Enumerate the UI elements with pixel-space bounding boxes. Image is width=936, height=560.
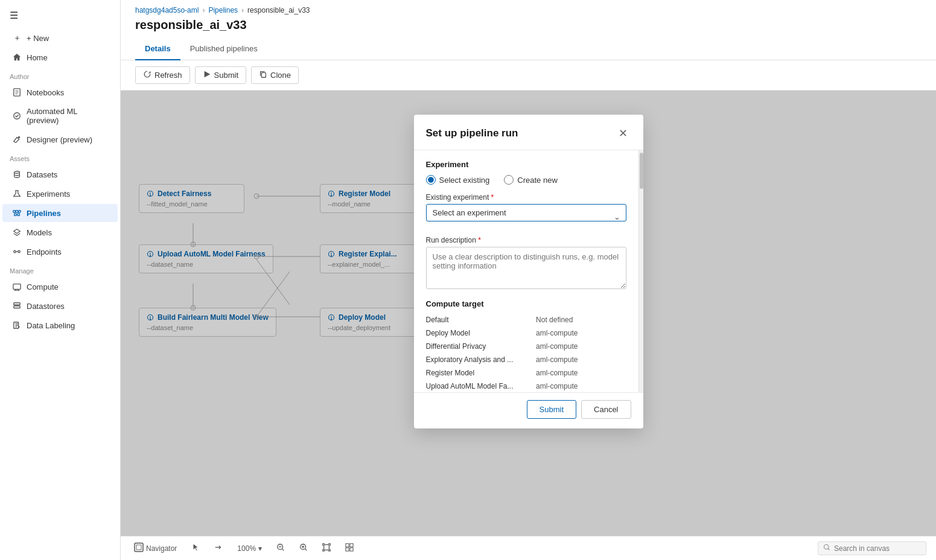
submit-button[interactable]: Submit xyxy=(195,66,246,84)
navigator-button[interactable]: Navigator xyxy=(130,541,180,555)
close-icon: ✕ xyxy=(619,127,628,139)
sidebar-section-author: Author xyxy=(0,67,120,83)
sidebar-item-new[interactable]: ＋ + New xyxy=(2,29,118,47)
tab-published-pipelines[interactable]: Published pipelines xyxy=(180,39,267,60)
zoom-out-button[interactable] xyxy=(273,542,288,555)
experiments-icon xyxy=(12,189,22,199)
sidebar-item-datasets[interactable]: Datasets xyxy=(2,165,118,183)
experiment-select[interactable]: Select an experiment xyxy=(426,204,626,221)
run-description-required: * xyxy=(478,236,481,244)
radio-create-new-label: Create new xyxy=(517,176,557,185)
navigator-icon xyxy=(134,542,144,554)
submit-label: Submit xyxy=(214,71,238,80)
existing-experiment-label: Existing experiment * xyxy=(426,193,626,202)
setup-pipeline-modal: Set up pipeline run ✕ Experiment Select xyxy=(414,115,643,428)
breadcrumb-section[interactable]: Pipelines xyxy=(208,6,238,14)
fit-view-icon xyxy=(322,543,331,553)
modal-overlay: Set up pipeline run ✕ Experiment Select xyxy=(121,91,936,536)
experiment-section-label: Experiment xyxy=(426,160,626,169)
datasets-icon xyxy=(12,170,22,179)
search-canvas-container xyxy=(818,541,926,555)
toolbar: Refresh Submit Clone xyxy=(121,60,936,91)
datastores-icon xyxy=(12,301,22,311)
modal-body: Experiment Select existing Create new xyxy=(414,150,638,392)
search-canvas-input[interactable] xyxy=(834,544,918,553)
sidebar-home-label: Home xyxy=(27,53,48,62)
hamburger-icon[interactable]: ☰ xyxy=(0,5,120,28)
search-icon xyxy=(823,544,830,553)
arrow-tool[interactable] xyxy=(211,542,226,555)
compute-target-value: Not defined xyxy=(536,313,626,326)
compute-target-name: Exploratory Analysis and ... xyxy=(426,353,536,366)
modal-submit-button[interactable]: Submit xyxy=(527,400,576,419)
submit-icon xyxy=(203,70,211,80)
experiment-select-wrapper: Select an experiment xyxy=(426,204,626,229)
sidebar-item-experiments[interactable]: Experiments xyxy=(2,185,118,203)
run-description-field-label: Run description * xyxy=(426,236,626,244)
clone-icon xyxy=(259,70,267,80)
sidebar-item-automl[interactable]: Automated ML (preview) xyxy=(2,103,118,129)
sidebar-item-home[interactable]: Home xyxy=(2,48,118,66)
compute-target-value: aml-compute xyxy=(536,380,626,392)
svg-point-13 xyxy=(14,250,16,253)
sidebar-models-label: Models xyxy=(27,228,52,237)
pointer-tool[interactable] xyxy=(188,542,203,555)
navigator-label: Navigator xyxy=(146,544,177,553)
radio-create-new-input[interactable] xyxy=(504,175,514,185)
zoom-chevron-icon: ▾ xyxy=(258,544,262,553)
sidebar-item-pipelines[interactable]: Pipelines xyxy=(2,204,118,222)
designer-icon xyxy=(12,135,22,144)
refresh-button[interactable]: Refresh xyxy=(135,66,190,84)
pointer-icon xyxy=(191,543,200,553)
sidebar: ☰ ＋ + New Home Author Notebooks Automate… xyxy=(0,0,121,560)
svg-point-5 xyxy=(18,136,21,139)
sidebar-section-assets: Assets xyxy=(0,149,120,165)
sidebar-item-compute[interactable]: Compute xyxy=(2,278,118,296)
canvas-footer: Navigator 100% ▾ xyxy=(121,536,936,560)
radio-select-existing-label: Select existing xyxy=(439,176,490,185)
radio-create-new[interactable]: Create new xyxy=(504,175,557,185)
radio-select-existing-input[interactable] xyxy=(426,175,436,185)
clone-label: Clone xyxy=(270,71,291,80)
plus-icon: ＋ xyxy=(12,33,22,43)
zoom-level[interactable]: 100% ▾ xyxy=(234,543,266,554)
sidebar-automl-label: Automated ML (preview) xyxy=(27,107,108,125)
breadcrumb-sep1: › xyxy=(202,6,205,14)
breadcrumb-workspace[interactable]: hatgsdg4ad5so-aml xyxy=(135,6,199,14)
scroll-thumb xyxy=(640,153,643,189)
sidebar-item-notebooks[interactable]: Notebooks xyxy=(2,83,118,101)
zoom-in-button[interactable] xyxy=(296,542,311,555)
sidebar-item-endpoints[interactable]: Endpoints xyxy=(2,243,118,261)
sidebar-item-designer[interactable]: Designer (preview) xyxy=(2,130,118,148)
compute-target-name: Deploy Model xyxy=(426,326,536,340)
clone-button[interactable]: Clone xyxy=(251,66,299,84)
modal-title: Set up pipeline run xyxy=(426,127,518,139)
run-description-textarea[interactable] xyxy=(426,247,626,289)
svg-line-71 xyxy=(828,549,829,550)
sidebar-item-models[interactable]: Models xyxy=(2,223,118,241)
compute-targets-table: DefaultNot definedDeploy Modelaml-comput… xyxy=(426,313,626,392)
compute-target-row: Deploy Modelaml-compute xyxy=(426,326,626,340)
modal-scrollbar[interactable] xyxy=(638,150,643,392)
svg-rect-56 xyxy=(135,543,143,552)
compute-target-value: aml-compute xyxy=(536,353,626,366)
svg-rect-12 xyxy=(18,214,20,216)
breadcrumb: hatgsdg4ad5so-aml › Pipelines › responsi… xyxy=(121,0,936,18)
zoom-out-icon xyxy=(276,543,285,553)
compute-icon xyxy=(12,282,22,291)
radio-select-existing[interactable]: Select existing xyxy=(426,175,490,185)
compute-target-row: Exploratory Analysis and ...aml-compute xyxy=(426,353,626,366)
sidebar-item-datastores[interactable]: Datastores xyxy=(2,297,118,315)
zoom-in-icon xyxy=(299,543,308,553)
modal-cancel-button[interactable]: Cancel xyxy=(581,400,631,419)
svg-rect-66 xyxy=(346,544,349,547)
svg-rect-65 xyxy=(324,545,330,550)
svg-rect-9 xyxy=(16,211,18,213)
sidebar-item-data-labeling[interactable]: Data Labeling xyxy=(2,316,118,334)
svg-line-60 xyxy=(282,549,284,551)
modal-close-button[interactable]: ✕ xyxy=(615,126,631,141)
tab-details[interactable]: Details xyxy=(135,39,180,60)
grid-toggle-button[interactable] xyxy=(342,542,357,555)
compute-target-name: Upload AutoML Model Fa... xyxy=(426,380,536,392)
fit-view-button[interactable] xyxy=(319,542,334,555)
